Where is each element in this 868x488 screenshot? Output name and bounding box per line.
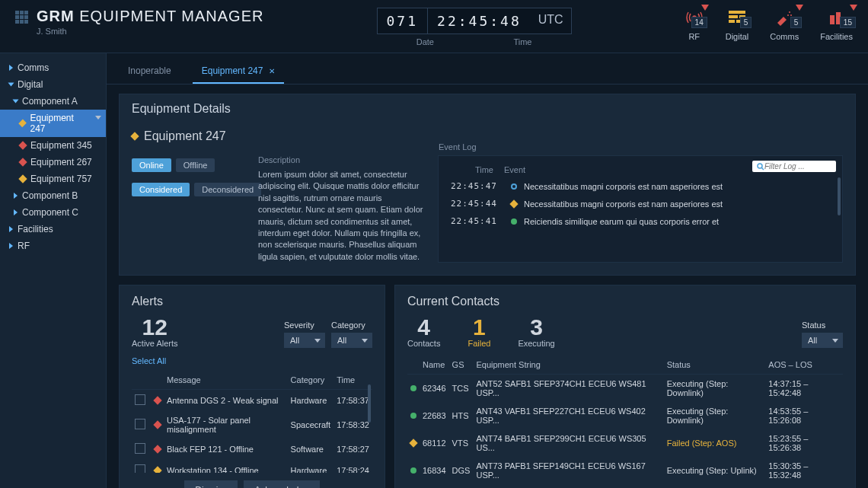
severity-label: Severity — [284, 321, 325, 330]
equipment-details-panel: Equipment Details Equipment 247 OnlineOf… — [119, 94, 856, 276]
alert-category: Hardware — [288, 460, 334, 473]
table-row[interactable]: Antenna DGS 2 - Weak signalHardware17:58… — [132, 390, 372, 412]
pill-considered[interactable]: Considered — [132, 183, 190, 196]
col-status[interactable]: Status — [664, 356, 766, 375]
dismiss-button[interactable]: Dismiss — [184, 480, 238, 488]
failed-label: Failed — [468, 339, 490, 348]
contact-name: 68112 — [420, 429, 449, 457]
sidebar-item[interactable]: Facilities — [0, 221, 106, 238]
log-filter-input[interactable] — [764, 162, 831, 171]
sidebar-item-label: Equipment 267 — [30, 157, 92, 167]
svg-rect-2 — [729, 11, 745, 14]
sidebar-item-label: Digital — [18, 79, 43, 90]
col-aos[interactable]: AOS – LOS — [765, 356, 843, 375]
status-label: RF — [685, 32, 704, 41]
executing-count: 3 — [518, 314, 554, 340]
sidebar-item[interactable]: Component B — [0, 187, 106, 204]
pill-deconsidered[interactable]: Deconsidered — [194, 183, 261, 196]
sidebar-item[interactable]: Comms — [0, 59, 106, 76]
col-time[interactable]: Time — [333, 371, 372, 390]
log-row: 22:45:47Necessitatibus magni corporis es… — [445, 177, 836, 195]
sidebar-item[interactable]: Equipment 247 — [0, 110, 106, 137]
contact-gs: VTS — [449, 429, 474, 457]
caret-icon — [9, 243, 13, 249]
checkbox[interactable] — [135, 464, 145, 473]
log-ts: 22:45:44 — [451, 199, 504, 209]
contact-status: Failed (Step: AOS) — [664, 429, 766, 457]
eventlog-label: Event Log — [439, 142, 477, 152]
table-row[interactable]: 22683HTSANT43 VAFB1 SFEP227CH1 ECEU6 WS4… — [407, 402, 843, 429]
sidebar-item[interactable]: Component C — [0, 204, 106, 221]
sidebar-item[interactable]: Equipment 345 — [0, 137, 106, 154]
alert-message: Antenna DGS 2 - Weak signal — [164, 390, 288, 412]
sidebar-item-label: Comms — [18, 62, 49, 73]
severity-select[interactable]: All — [284, 333, 325, 348]
log-text: Necessitatibus magni corporis est nam as… — [524, 199, 723, 209]
contact-gs: HTS — [449, 402, 474, 429]
contact-status: Executing (Step: Downlink) — [664, 402, 766, 429]
svg-point-7 — [789, 11, 790, 13]
table-row[interactable]: Workstation 134 - OfflineHardware17:58:2… — [132, 460, 372, 473]
table-row[interactable]: Black FEP 121 - OfflineSoftware17:58:27 — [132, 439, 372, 460]
panel-title: Current Contacts — [407, 295, 843, 308]
log-filter[interactable] — [752, 161, 836, 172]
status-comms[interactable]: 5 Comms — [770, 8, 799, 41]
sidebar-item[interactable]: RF — [0, 238, 106, 254]
sidebar-item[interactable]: Equipment 267 — [0, 154, 106, 171]
table-row[interactable]: 68112VTSANT74 BAFB1 SFEP299CH1 ECEU6 WS3… — [407, 429, 843, 457]
checkbox[interactable] — [135, 419, 145, 429]
caret-icon — [14, 209, 18, 215]
col-gs[interactable]: GS — [449, 356, 474, 375]
description-text: Lorem ipsum dolor sit amet, consectetur … — [258, 169, 426, 263]
search-icon — [757, 163, 764, 171]
log-row: 22:45:41Reiciendis similique earum qui q… — [445, 212, 836, 230]
alert-triangle-icon — [796, 5, 803, 11]
pill-offline[interactable]: Offline — [176, 158, 215, 172]
contact-gs: DGS — [449, 457, 474, 484]
checkbox[interactable] — [135, 443, 145, 454]
col-message[interactable]: Message — [164, 371, 288, 390]
scrollbar[interactable] — [368, 384, 371, 423]
status-badge: 5 — [790, 17, 803, 28]
sidebar-item[interactable]: Equipment 757 — [0, 171, 106, 187]
acknowledge-button[interactable]: Acknowledge — [244, 480, 319, 488]
tab-label: Equipment 247 — [202, 65, 263, 76]
clock-day: 071 — [378, 8, 428, 33]
tab[interactable]: Inoperable — [119, 59, 180, 84]
sidebar-item-label: RF — [18, 241, 30, 251]
pill-online[interactable]: Online — [132, 158, 171, 172]
contacts-count: 4 — [407, 314, 440, 340]
category-select[interactable]: All — [331, 333, 372, 348]
alert-triangle-icon — [850, 5, 857, 11]
col-category[interactable]: Category — [288, 371, 334, 390]
status-select[interactable]: All — [802, 333, 843, 348]
status-icon — [410, 385, 416, 391]
alerts-panel: Alerts 12Active Alerts SeverityAll Categ… — [119, 285, 385, 488]
table-row[interactable]: USA-177 - Solar panel misalignmentSpacec… — [132, 411, 372, 439]
app-icon — [15, 11, 29, 24]
sidebar-item-label: Component C — [22, 207, 78, 218]
status-facilities[interactable]: 15 Facilities — [820, 8, 853, 41]
status-badge: 15 — [840, 17, 856, 28]
sidebar: CommsDigitalComponent AEquipment 247Equi… — [0, 53, 107, 488]
select-all-link[interactable]: Select All — [132, 356, 166, 365]
table-row[interactable]: 62346TCSANT52 SAFB1 SFEP374CH1 ECEU6 WS4… — [407, 375, 843, 403]
scrollbar[interactable] — [838, 177, 841, 215]
contact-eq: ANT43 VAFB1 SFEP227CH1 ECEU6 WS402 USP..… — [473, 402, 663, 429]
clock-time: 22:45:48 — [427, 8, 531, 33]
status-rf[interactable]: 14 RF — [685, 8, 704, 41]
sidebar-item[interactable]: Digital — [0, 76, 106, 93]
alerts-table: MessageCategoryTime Antenna DGS 2 - Weak… — [132, 371, 372, 473]
svg-line-14 — [761, 167, 764, 170]
status-label: Facilities — [820, 32, 853, 41]
status-digital[interactable]: 5 Digital — [726, 8, 749, 41]
checkbox[interactable] — [135, 394, 145, 405]
sidebar-item[interactable]: Component A — [0, 93, 106, 110]
sidebar-item-label: Equipment 757 — [30, 174, 92, 184]
tab[interactable]: Equipment 247✕ — [193, 59, 285, 84]
col-name[interactable]: Name — [420, 356, 449, 375]
close-icon[interactable]: ✕ — [269, 67, 275, 75]
table-row[interactable]: 16834DGSANT73 PAFB1 SFEP149CH1 ECEU6 WS1… — [407, 457, 843, 484]
contact-gs: TCS — [449, 375, 474, 403]
col-eqstring[interactable]: Equipment String — [473, 356, 663, 375]
